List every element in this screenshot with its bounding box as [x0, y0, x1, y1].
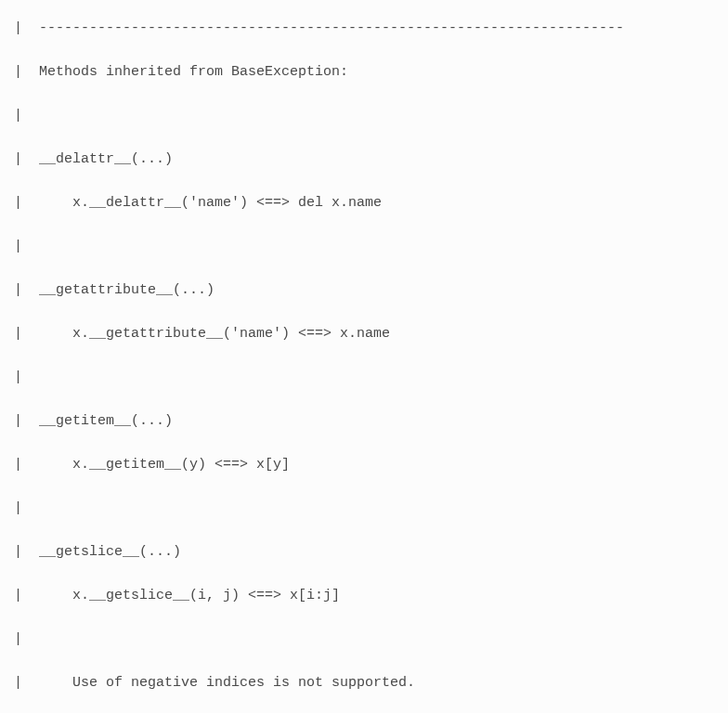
help-line-section-header: | Methods inherited from BaseException: [0, 58, 728, 87]
help-line-method-sig: | __getslice__(...) [0, 538, 728, 567]
help-line-blank: | [0, 494, 728, 524]
help-line-blank: | [0, 232, 728, 262]
help-line-blank: | [0, 101, 728, 131]
help-line-method-desc: | x.__getitem__(y) <==> x[y] [0, 450, 728, 480]
help-line-separator: | --------------------------------------… [0, 14, 728, 44]
help-line-method-sig: | __delattr__(...) [0, 145, 728, 175]
help-line-method-sig: | __getitem__(...) [0, 407, 728, 436]
help-line-method-sig: | __getattribute__(...) [0, 276, 728, 305]
python-help-text: | --------------------------------------… [0, 0, 728, 713]
help-line-method-note: | Use of negative indices is not support… [0, 668, 728, 698]
help-line-method-desc: | x.__getattribute__('name') <==> x.name [0, 319, 728, 349]
help-line-method-desc: | x.__getslice__(i, j) <==> x[i:j] [0, 581, 728, 611]
help-line-method-desc: | x.__delattr__('name') <==> del x.name [0, 188, 728, 218]
help-line-blank: | [0, 363, 728, 393]
help-line-blank: | [0, 625, 728, 655]
